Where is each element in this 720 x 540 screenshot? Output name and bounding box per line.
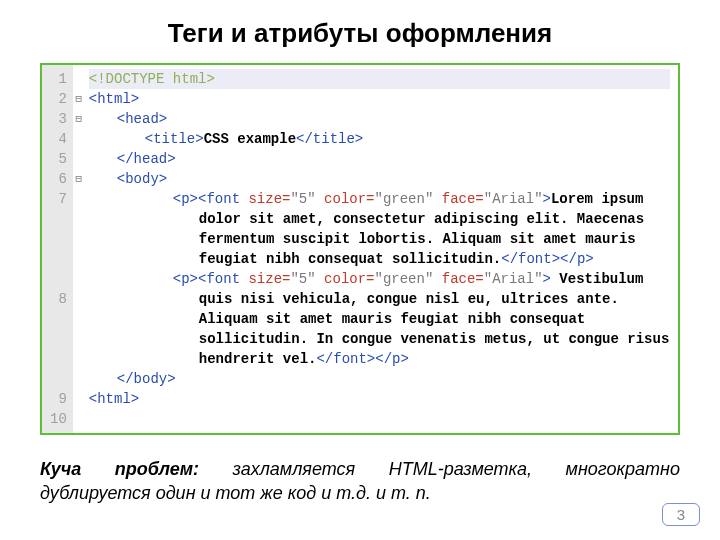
html-tag: <font xyxy=(198,191,240,207)
line-number: 9 xyxy=(50,389,67,409)
line-number: 4 xyxy=(50,129,67,149)
code-line: <!DOCTYPE html> xyxy=(89,69,670,89)
code-line: <body> xyxy=(89,169,670,189)
html-attr: color= xyxy=(324,271,374,287)
slide-title: Теги и атрибуты оформления xyxy=(40,18,680,49)
fold-marker[interactable]: ⊟ xyxy=(75,109,83,129)
html-tag: </p> xyxy=(560,251,594,267)
line-number: 5 xyxy=(50,149,67,169)
html-val: "green" xyxy=(375,271,434,287)
fold-marker[interactable]: ⊟ xyxy=(75,169,83,189)
html-tag: > xyxy=(543,271,551,287)
html-tag: <title> xyxy=(145,131,204,147)
html-tag: </title> xyxy=(296,131,363,147)
line-number: 6 xyxy=(50,169,67,189)
fold-marker[interactable] xyxy=(75,149,83,169)
html-tag: </p> xyxy=(375,351,409,367)
code-body: <!DOCTYPE html> <html> <head> <title>CSS… xyxy=(85,65,678,433)
page-number-badge: 3 xyxy=(662,503,700,526)
caption-bold: Куча проблем: xyxy=(40,459,199,479)
code-panel: 1 2 3 4 5 6 7 8 9 10 ⊟ ⊟ ⊟ <!DOCTYPE htm… xyxy=(40,63,680,435)
code-line: <title>CSS example</title> xyxy=(89,129,670,149)
html-tag: <head> xyxy=(117,111,167,127)
line-number: 1 xyxy=(50,69,67,89)
line-number: 3 xyxy=(50,109,67,129)
fold-marker[interactable] xyxy=(75,189,83,289)
code-text: CSS example xyxy=(204,131,296,147)
html-tag: </head> xyxy=(117,151,176,167)
html-tag: <body> xyxy=(117,171,167,187)
html-val: "green" xyxy=(375,191,434,207)
code-line: <head> xyxy=(89,109,670,129)
fold-marker[interactable] xyxy=(75,69,83,89)
line-number: 10 xyxy=(50,409,67,429)
html-val: "Arial" xyxy=(484,191,543,207)
line-number: 7 xyxy=(50,189,67,289)
fold-marker[interactable] xyxy=(75,409,83,429)
html-tag: > xyxy=(543,191,551,207)
code-line: <p><font size="5" color="green" face="Ar… xyxy=(89,189,670,269)
code-line: <html> xyxy=(89,89,670,109)
html-tag: <font xyxy=(198,271,240,287)
html-attr: size= xyxy=(248,271,290,287)
html-tag: </font> xyxy=(316,351,375,367)
html-attr: face= xyxy=(442,271,484,287)
fold-marker[interactable] xyxy=(75,389,83,409)
slide-caption: Куча проблем: захламляется HTML-разметка… xyxy=(40,457,680,506)
fold-marker[interactable]: ⊟ xyxy=(75,89,83,109)
code-line: <p><font size="5" color="green" face="Ar… xyxy=(89,269,670,369)
html-val: "5" xyxy=(290,271,315,287)
html-val: "5" xyxy=(290,191,315,207)
fold-gutter: ⊟ ⊟ ⊟ xyxy=(73,65,85,433)
code-line: </head> xyxy=(89,149,670,169)
fold-marker[interactable] xyxy=(75,129,83,149)
html-attr: size= xyxy=(248,191,290,207)
fold-marker[interactable] xyxy=(75,289,83,389)
line-number: 8 xyxy=(50,289,67,389)
line-number-gutter: 1 2 3 4 5 6 7 8 9 10 xyxy=(42,65,73,433)
html-tag: <p> xyxy=(173,191,198,207)
doctype: <!DOCTYPE html> xyxy=(89,71,215,87)
code-line: </body> xyxy=(89,369,670,389)
html-tag: </body> xyxy=(117,371,176,387)
html-attr: face= xyxy=(442,191,484,207)
html-tag: <p> xyxy=(173,271,198,287)
line-number: 2 xyxy=(50,89,67,109)
html-val: "Arial" xyxy=(484,271,543,287)
html-attr: color= xyxy=(324,191,374,207)
html-tag: <html> xyxy=(89,91,139,107)
code-line: <html> xyxy=(89,389,670,409)
html-tag: <html> xyxy=(89,391,139,407)
html-tag: </font> xyxy=(501,251,560,267)
